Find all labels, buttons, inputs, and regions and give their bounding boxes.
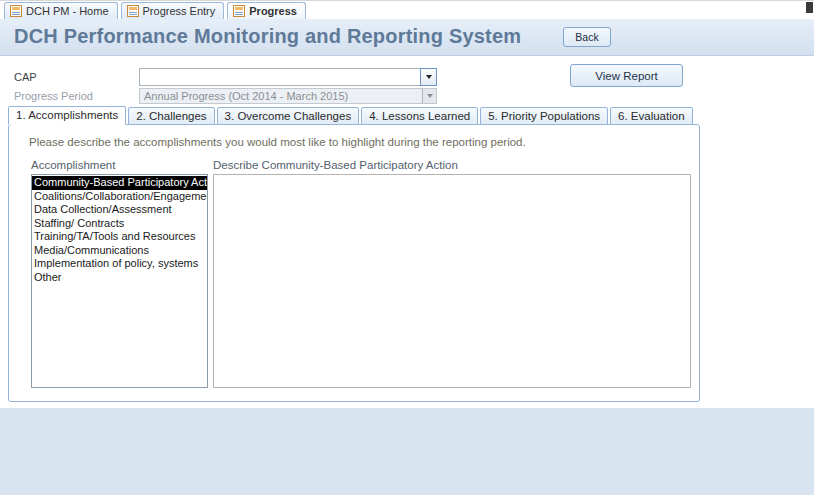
cap-combobox[interactable] [139, 68, 437, 86]
tab-overcome-challenges[interactable]: 3. Overcome Challenges [217, 107, 360, 125]
page-title: DCH Performance Monitoring and Reporting… [14, 25, 521, 48]
accomplishment-listbox[interactable]: Community-Based Participatory Action Coa… [31, 174, 208, 388]
list-item[interactable]: Training/TA/Tools and Resources [32, 230, 207, 244]
chevron-down-icon [426, 75, 432, 79]
list-item[interactable]: Data Collection/Assessment [32, 203, 207, 217]
document-tab-label: Progress Entry [143, 5, 216, 17]
describe-label: Describe Community-Based Participatory A… [213, 159, 458, 171]
vertical-scrollbar[interactable] [806, 0, 813, 495]
accomplishments-panel: Please describe the accomplishments you … [8, 124, 700, 402]
back-button[interactable]: Back [563, 27, 611, 47]
progress-period-label: Progress Period [14, 90, 93, 102]
header-band: DCH Performance Monitoring and Reporting… [0, 19, 814, 56]
chevron-down-icon [427, 94, 433, 98]
document-tab-label: DCH PM - Home [26, 5, 109, 17]
document-tab-label: Progress [249, 5, 297, 17]
form-area: CAP Progress Period Annual Progress (Oct… [0, 56, 814, 408]
scrollbar-thumb[interactable] [806, 2, 813, 13]
form-icon [127, 5, 139, 17]
instruction-text: Please describe the accomplishments you … [29, 136, 526, 148]
progress-period-value: Annual Progress (Oct 2014 - March 2015) [140, 89, 422, 103]
list-item[interactable]: Staffing/ Contracts [32, 217, 207, 231]
window-background [0, 408, 814, 495]
accomplishment-list-label: Accomplishment [31, 159, 115, 171]
document-tab-dch-pm-home[interactable]: DCH PM - Home [4, 2, 118, 19]
tab-strip: 1. Accomplishments 2. Challenges 3. Over… [8, 106, 695, 125]
cap-dropdown-button[interactable] [420, 68, 437, 86]
document-tab-bar: DCH PM - Home Progress Entry Progress [0, 0, 814, 19]
form-icon [10, 5, 22, 17]
tab-accomplishments[interactable]: 1. Accomplishments [8, 106, 126, 125]
list-item[interactable]: Media/Communications [32, 244, 207, 258]
cap-combobox-value [140, 69, 421, 85]
tab-evaluation[interactable]: 6. Evaluation [610, 107, 693, 125]
form-icon [233, 5, 245, 17]
list-item[interactable]: Community-Based Participatory Action [32, 176, 207, 190]
app-window: DCH PM - Home Progress Entry Progress DC… [0, 0, 814, 495]
describe-textarea[interactable] [213, 174, 691, 388]
list-item[interactable]: Other [32, 271, 207, 285]
list-item[interactable]: Implementation of policy, systems [32, 257, 207, 271]
tab-challenges[interactable]: 2. Challenges [128, 107, 214, 125]
tab-lessons-learned[interactable]: 4. Lessons Learned [361, 107, 478, 125]
document-tab-progress-entry[interactable]: Progress Entry [121, 2, 225, 19]
progress-period-dropdown-button[interactable] [422, 89, 436, 103]
list-item[interactable]: Coalitions/Collaboration/Engagement [32, 190, 207, 204]
tab-priority-populations[interactable]: 5. Priority Populations [480, 107, 608, 125]
view-report-button[interactable]: View Report [570, 64, 683, 87]
cap-label: CAP [14, 71, 37, 83]
document-tab-progress[interactable]: Progress [227, 2, 306, 19]
progress-period-combobox[interactable]: Annual Progress (Oct 2014 - March 2015) [139, 88, 437, 104]
